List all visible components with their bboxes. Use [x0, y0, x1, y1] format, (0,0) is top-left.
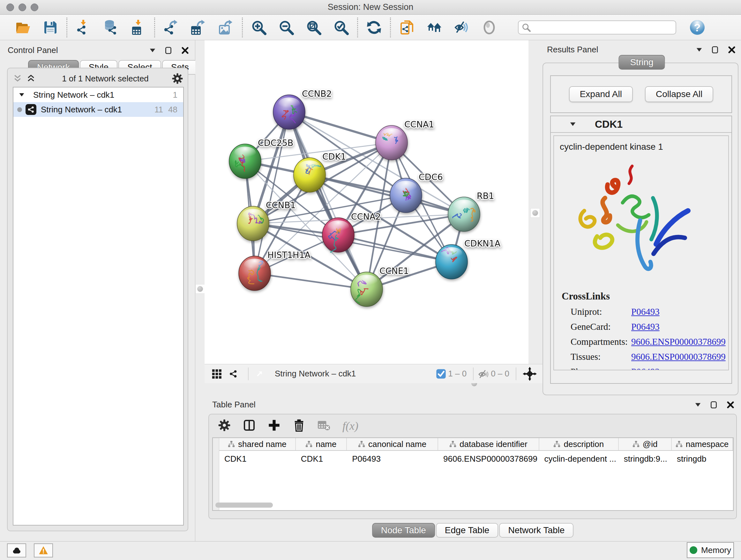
edge-CCNB2-CCNE1[interactable]: [289, 112, 367, 289]
column-header-namespace[interactable]: namespace: [672, 438, 733, 450]
hide-selected-button[interactable]: [454, 19, 470, 36]
network-tree-item[interactable]: String Network – cdk11148: [13, 102, 183, 117]
search-input[interactable]: [533, 22, 672, 33]
refresh-icon: [366, 20, 382, 35]
panel-close-icon[interactable]: [726, 401, 735, 409]
string-home-button[interactable]: [426, 19, 443, 36]
node-HIST1H1A[interactable]: HIST1H1A: [239, 250, 311, 291]
search-icon: [522, 23, 531, 32]
network-options-gear-icon[interactable]: [172, 73, 183, 84]
table-horizontal-scrollbar[interactable]: [215, 503, 273, 508]
import-network-button[interactable]: [75, 19, 91, 36]
panel-close-icon[interactable]: [181, 46, 189, 55]
cell-database-identifier[interactable]: 9606.ENSP00000378699: [438, 451, 539, 464]
cloud-button[interactable]: [7, 543, 26, 557]
selected-checkbox-icon[interactable]: [436, 369, 446, 379]
window-minimize-button[interactable]: [18, 3, 26, 11]
export-network-button[interactable]: [163, 19, 179, 36]
tab-network-table[interactable]: Network Table: [499, 523, 574, 538]
cell-@id[interactable]: stringdb:9...: [619, 451, 672, 464]
trash-button[interactable]: [293, 419, 306, 433]
panel-collapse-icon[interactable]: [694, 401, 701, 408]
fit-content-crosshair-icon[interactable]: [523, 367, 537, 381]
crosslink-link[interactable]: 9606.ENSP00000378699: [631, 336, 726, 347]
import-table-button[interactable]: [130, 19, 146, 36]
panel-float-icon[interactable]: [710, 401, 718, 409]
cell-description[interactable]: cyclin-dependent ...: [539, 451, 618, 464]
save-button[interactable]: [42, 19, 59, 36]
tab-edge-table[interactable]: Edge Table: [436, 523, 498, 538]
tab-string[interactable]: String: [618, 55, 665, 70]
window-zoom-button[interactable]: [30, 3, 38, 11]
panel-collapse-icon[interactable]: [149, 47, 156, 54]
memory-button[interactable]: Memory: [687, 542, 734, 558]
cell-shared-name[interactable]: CDK1: [219, 451, 296, 464]
cell-namespace[interactable]: stringdb: [672, 451, 733, 464]
column-header-canonical-name[interactable]: canonical name: [347, 438, 438, 450]
fx-button[interactable]: f(x): [342, 419, 358, 433]
gene-header[interactable]: CDK1: [551, 116, 731, 133]
import-database-button[interactable]: [103, 19, 119, 36]
export-image-button[interactable]: [218, 19, 234, 36]
warnings-button[interactable]: [34, 543, 53, 557]
node-CDC25B[interactable]: CDC25B: [229, 138, 293, 179]
cell-canonical-name[interactable]: P06493: [347, 451, 438, 464]
column-header-name[interactable]: name: [296, 438, 347, 450]
left-splitter-handle[interactable]: [195, 284, 205, 294]
refresh-button[interactable]: [366, 19, 382, 36]
sitemap-icon: [358, 441, 365, 448]
node-CDKN1A[interactable]: CDKN1A: [435, 239, 501, 279]
crosslink-link[interactable]: P06493: [631, 307, 660, 317]
share-document-button[interactable]: [399, 19, 415, 36]
collapse-all-networks-icon[interactable]: [12, 74, 23, 83]
birdseye-toggle[interactable]: [210, 368, 223, 380]
columns-button[interactable]: [243, 419, 256, 433]
table-row[interactable]: CDK1CDK1P064939606.ENSP00000378699cyclin…: [219, 451, 733, 464]
crosslink-link[interactable]: 9606.ENSP00000378699: [631, 352, 726, 362]
column-header-@id[interactable]: @id: [619, 438, 672, 450]
node-CDK1[interactable]: CDK1: [293, 152, 346, 192]
panel-close-icon[interactable]: [728, 46, 736, 54]
network-view-title: String Network – cdk1: [275, 369, 436, 379]
zoom-in-button[interactable]: [251, 19, 267, 36]
panel-collapse-icon[interactable]: [696, 46, 703, 53]
network-canvas[interactable]: CCNB2CCNA1CDC25BCDK1CDC6RB1CCNB1CCNA2CDK…: [205, 40, 529, 364]
crosslink-link[interactable]: P06493: [631, 367, 660, 370]
node-CCNB1[interactable]: CCNB1: [237, 200, 296, 241]
expand-all-button[interactable]: Expand All: [569, 86, 633, 102]
zoom-selected-button[interactable]: [333, 19, 349, 36]
column-header-database-identifier[interactable]: database identifier: [438, 438, 539, 450]
cell-name[interactable]: CDK1: [296, 451, 347, 464]
edge-HIST1H1A-CCNE1[interactable]: [255, 273, 367, 289]
tab-node-table[interactable]: Node Table: [372, 523, 435, 538]
panel-float-icon[interactable]: [711, 46, 719, 54]
expand-all-networks-icon[interactable]: [25, 74, 37, 83]
network-list: String Network – cdk11String Network – c…: [13, 87, 184, 525]
node-CCNA1[interactable]: CCNA1: [376, 119, 434, 160]
show-all-button[interactable]: [481, 19, 497, 36]
plus-button[interactable]: [268, 419, 280, 433]
right-splitter[interactable]: [529, 40, 542, 383]
open-button[interactable]: [15, 19, 31, 36]
network-badge[interactable]: [227, 368, 240, 380]
window-close-button[interactable]: [6, 3, 14, 11]
gene-disclosure-icon[interactable]: [569, 121, 576, 128]
detach-view-button[interactable]: [253, 368, 266, 380]
export-table-button[interactable]: [190, 19, 207, 36]
left-splitter[interactable]: [195, 40, 205, 541]
node-RB1[interactable]: RB1: [448, 191, 494, 232]
right-splitter-handle[interactable]: [530, 208, 540, 218]
table-delete-button[interactable]: [318, 419, 330, 433]
edge-CCNA2-CDKN1A[interactable]: [338, 235, 452, 262]
panel-float-icon[interactable]: [164, 46, 173, 55]
column-header-description[interactable]: description: [539, 438, 619, 450]
collapse-all-button[interactable]: Collapse All: [645, 86, 713, 102]
help-icon[interactable]: [690, 20, 705, 35]
hidden-eye-icon[interactable]: [478, 368, 489, 379]
column-header-shared-name[interactable]: shared name: [219, 438, 296, 450]
crosslink-link[interactable]: P06493: [631, 321, 660, 332]
network-tree-collection[interactable]: String Network – cdk11: [13, 87, 183, 102]
gear-button[interactable]: [218, 419, 231, 433]
zoom-out-button[interactable]: [278, 19, 294, 36]
zoom-fit-button[interactable]: [306, 19, 322, 36]
